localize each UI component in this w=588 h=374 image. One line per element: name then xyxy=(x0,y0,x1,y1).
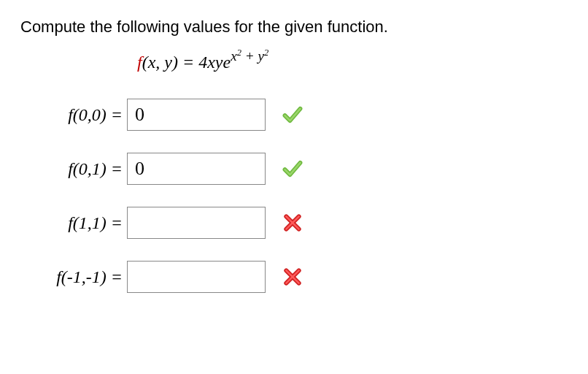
answer-label-fn: f xyxy=(68,159,73,178)
answer-label-args: (-1,-1) = xyxy=(61,267,123,286)
answer-label: f(1,1) = xyxy=(20,213,127,233)
incorrect-icon xyxy=(282,266,303,288)
function-definition: f(x, y) = 4xyex2 + y2 xyxy=(137,53,568,72)
answer-label-fn: f xyxy=(68,213,73,232)
formula-eq: = xyxy=(178,53,198,72)
formula-body: xye xyxy=(207,53,231,72)
formula-fn: f xyxy=(137,53,142,72)
answer-label-fn: f xyxy=(56,267,61,286)
answer-input[interactable] xyxy=(127,153,266,185)
answer-input[interactable] xyxy=(127,207,266,239)
answer-label: f(0,0) = xyxy=(20,105,127,125)
incorrect-icon xyxy=(282,212,303,234)
answer-input[interactable] xyxy=(127,261,266,293)
answer-label: f(-1,-1) = xyxy=(20,267,127,287)
formula-exp-y-sup: 2 xyxy=(264,47,268,58)
answer-row: f(0,0) = xyxy=(20,99,568,131)
formula-args: (x, y) xyxy=(142,53,178,72)
answer-label-args: (0,0) = xyxy=(73,105,123,124)
answer-label-fn: f xyxy=(68,105,73,124)
answer-row: f(-1,-1) = xyxy=(20,261,568,293)
answer-row: f(0,1) = xyxy=(20,153,568,185)
correct-icon xyxy=(282,158,303,180)
answer-list: f(0,0) = f(0,1) = xyxy=(20,99,568,293)
formula-exp-plus: + xyxy=(241,48,258,64)
formula-coeff: 4 xyxy=(198,53,207,72)
answer-input[interactable] xyxy=(127,99,266,131)
answer-label-args: (0,1) = xyxy=(73,159,123,178)
answer-label-args: (1,1) = xyxy=(73,213,123,232)
formula-exp-y: y xyxy=(258,48,264,64)
answer-row: f(1,1) = xyxy=(20,207,568,239)
question-prompt: Compute the following values for the giv… xyxy=(20,18,568,37)
answer-label: f(0,1) = xyxy=(20,159,127,179)
correct-icon xyxy=(282,104,303,126)
formula-exp-x: x xyxy=(231,48,237,64)
